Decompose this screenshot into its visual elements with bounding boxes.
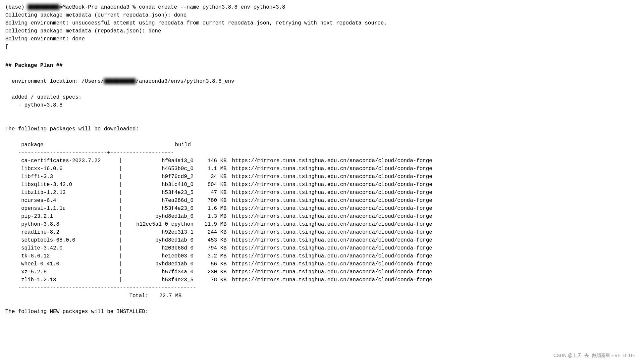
row-build: pyhd8ed1ab_0 [123,236,196,244]
row-build: h7ea286d_0 [123,197,196,205]
row-package: pip-23.2.1 [5,212,118,220]
row-url: https://mirrors.tuna.tsinghua.edu.cn/ana… [229,157,432,165]
row-url: https://mirrors.tuna.tsinghua.edu.cn/ana… [229,244,432,252]
table-header-row: package build [5,141,637,149]
row-package: ncurses-6.4 [5,197,118,205]
row-url: https://mirrors.tuna.tsinghua.edu.cn/ana… [229,268,432,276]
row-url: https://mirrors.tuna.tsinghua.edu.cn/ana… [229,276,432,284]
row-build: h53f4e23_5 [123,189,196,197]
row-build: h9f76cd9_2 [123,173,196,181]
row-build: pyhd8ed1ab_0 [123,212,196,220]
row-size: 34 KB [196,173,229,181]
row-package: libzlib-1.2.13 [5,189,118,197]
terminal-output: (base) ██████████@MacBook-Pro anaconda3 … [5,3,637,316]
row-url: https://mirrors.tuna.tsinghua.edu.cn/ana… [229,173,432,181]
col-build-header: build [118,141,191,149]
total-size: 22.7 MB [151,292,184,300]
row-build: he1e0b03_0 [123,252,196,260]
table-row: libzlib-1.2.13|h53f4e23_547 KBhttps://mi… [5,189,637,197]
row-url: https://mirrors.tuna.tsinghua.edu.cn/ana… [229,212,432,220]
row-separator: | [118,268,123,276]
row-build: h92ec313_1 [123,228,196,236]
env-location-suffix: /anaconda3/envs/python3.8.8_env [136,78,235,84]
table-row: pip-23.2.1|pyhd8ed1ab_01.3 MBhttps://mir… [5,212,637,220]
row-separator: | [118,220,123,228]
row-build: h4653b0c_0 [123,165,196,173]
row-package: tk-8.6.12 [5,252,118,260]
row-url: https://mirrors.tuna.tsinghua.edu.cn/ana… [229,260,432,268]
row-build: h12cc5a1_0_cpython [123,220,196,228]
row-url: https://mirrors.tuna.tsinghua.edu.cn/ana… [229,165,432,173]
row-separator: | [118,212,123,220]
row-package: sqlite-3.42.0 [5,244,118,252]
row-size: 1.1 MB [196,165,229,173]
table-separator-bottom: ----------------------------------------… [5,284,637,292]
row-size: 3.2 MB [196,252,229,260]
table-row: xz-5.2.6|h57fd34a_0230 KBhttps://mirrors… [5,268,637,276]
table-row: libsqlite-3.42.0|hb31c410_0804 KBhttps:/… [5,181,637,189]
row-package: readline-8.2 [5,228,118,236]
row-separator: | [118,181,123,189]
row-separator: | [118,236,123,244]
col-size-header [191,141,224,149]
row-url: https://mirrors.tuna.tsinghua.edu.cn/ana… [229,252,432,260]
table-separator-top: ----------------------------+-----------… [5,149,637,157]
row-separator: | [118,157,123,165]
table-row: libcxx-16.0.6|h4653b0c_01.1 MBhttps://mi… [5,165,637,173]
prompt-line: (base) ██████████@MacBook-Pro anaconda3 … [5,3,637,11]
row-build: h53f4e23_0 [123,205,196,212]
row-url: https://mirrors.tuna.tsinghua.edu.cn/ana… [229,236,432,244]
watermark: CSDN @上天_去_做颠覆星 EVE_BLUE [553,353,635,359]
row-separator: | [118,252,123,260]
row-package: xz-5.2.6 [5,268,118,276]
row-separator: | [118,276,123,284]
row-url: https://mirrors.tuna.tsinghua.edu.cn/ana… [229,220,432,228]
row-package: setuptools-68.0.0 [5,236,118,244]
python-spec-line: - python=3.8.8 [5,101,637,109]
table-row: python-3.8.8|h12cc5a1_0_cpython11.9 MBht… [5,220,637,228]
package-plan-header: ## Package Plan ## [5,62,637,69]
row-package: libcxx-16.0.6 [5,165,118,173]
added-specs-line: added / updated specs: [5,93,637,101]
row-separator: | [118,197,123,205]
env-location-label: environment location: /Users/ [5,78,104,84]
row-separator: | [118,189,123,197]
table-rows: ca-certificates-2023.7.22|hf0a4a13_0146 … [5,157,637,284]
row-url: https://mirrors.tuna.tsinghua.edu.cn/ana… [229,205,432,212]
row-size: 56 KB [196,260,229,268]
table-row: wheel-0.41.0|pyhd8ed1ab_056 KBhttps://mi… [5,260,637,268]
solving-line2: Solving environment: done [5,35,637,43]
total-row: Total: 22.7 MB [5,292,637,300]
row-build: h203b68d_0 [123,244,196,252]
table-row: ca-certificates-2023.7.22|hf0a4a13_0146 … [5,157,637,165]
row-size: 230 KB [196,268,229,276]
table-row: sqlite-3.42.0|h203b68d_0794 KBhttps://mi… [5,244,637,252]
cursor-line: [ [5,43,637,51]
row-build: h57fd34a_0 [123,268,196,276]
table-row: setuptools-68.0.0|pyhd8ed1ab_0453 KBhttp… [5,236,637,244]
row-package: libffi-3.3 [5,173,118,181]
row-size: 1.3 MB [196,212,229,220]
table-row: libffi-3.3|h9f76cd9_234 KBhttps://mirror… [5,173,637,181]
env-user-blurred: ██████████ [104,77,136,85]
row-size: 244 KB [196,228,229,236]
row-size: 47 KB [196,189,229,197]
row-build: hf0a4a13_0 [123,157,196,165]
row-package: python-3.8.8 [5,220,118,228]
row-url: https://mirrors.tuna.tsinghua.edu.cn/ana… [229,189,432,197]
col-url-header [224,141,637,149]
row-package: libsqlite-3.42.0 [5,181,118,189]
row-build: h53f4e23_5 [123,276,196,284]
row-package: zlib-1.2.13 [5,276,118,284]
row-separator: | [118,244,123,252]
row-url: https://mirrors.tuna.tsinghua.edu.cn/ana… [229,197,432,205]
row-build: hb31c410_0 [123,181,196,189]
table-row: ncurses-6.4|h7ea286d_0780 KBhttps://mirr… [5,197,637,205]
row-url: https://mirrors.tuna.tsinghua.edu.cn/ana… [229,181,432,189]
col-sep-header [111,141,118,149]
collecting-line2: Collecting package metadata (repodata.js… [5,27,637,35]
row-build: pyhd8ed1ab_0 [123,260,196,268]
prompt-host: @MacBook-Pro anaconda3 % [59,4,139,10]
table-row: openssl-1.1.1u|h53f4e23_01.6 MBhttps://m… [5,205,637,212]
row-size: 146 KB [196,157,229,165]
